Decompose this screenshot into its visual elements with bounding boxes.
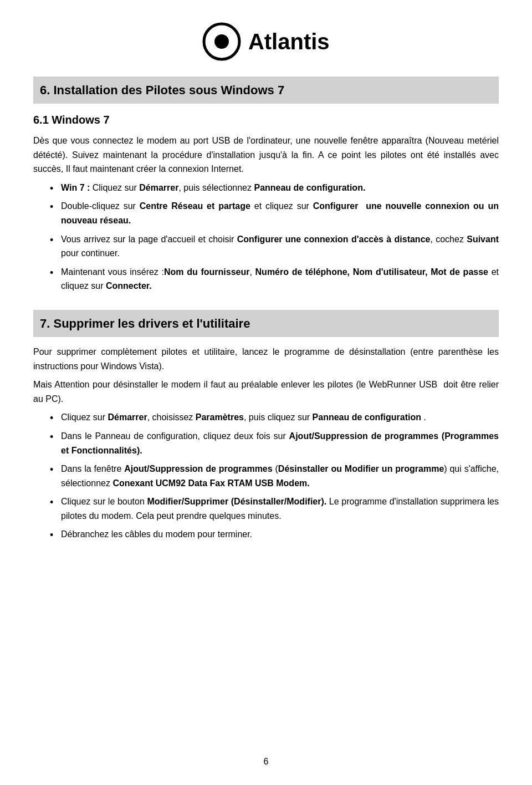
- section6-header: 6. Installation des Pilotes sous Windows…: [33, 77, 499, 104]
- list-item: Cliquez sur le bouton Modifier/Supprimer…: [50, 495, 499, 523]
- logo-icon: [202, 36, 248, 45]
- logo-area: Atlantis: [33, 11, 499, 67]
- list-item: Cliquez sur Démarrer, choisissez Paramèt…: [50, 410, 499, 425]
- list-item: Maintenant vous insérez :Nom du fourniss…: [50, 265, 499, 293]
- list-item: Débranchez les câbles du modem pour term…: [50, 527, 499, 542]
- section7-title: 7. Supprimer les drivers et l'utilitaire: [40, 314, 492, 333]
- page-number: 6: [0, 755, 532, 768]
- section7-paragraph2: Mais Attention pour désinstaller le mode…: [33, 378, 499, 406]
- list-item: Double-cliquez sur Centre Réseau et part…: [50, 199, 499, 227]
- section7-paragraph1: Pour supprimer complètement pilotes et u…: [33, 345, 499, 373]
- logo-text: Atlantis: [248, 29, 330, 54]
- list-item: Dans le Panneau de configuration, clique…: [50, 429, 499, 457]
- page: Atlantis 6. Installation des Pilotes sou…: [0, 0, 532, 785]
- section61-paragraph: Dès que vous connectez le modem au port …: [33, 134, 499, 176]
- section7-bullets: Cliquez sur Démarrer, choisissez Paramèt…: [33, 410, 499, 542]
- section61-title: 6.1 Windows 7: [33, 111, 499, 128]
- list-item: Dans la fenêtre Ajout/Suppression de pro…: [50, 462, 499, 490]
- section7-header: 7. Supprimer les drivers et l'utilitaire: [33, 310, 499, 337]
- list-item: Win 7 : Cliquez sur Démarrer, puis sélec…: [50, 181, 499, 195]
- list-item: Vous arrivez sur la page d'accueil et ch…: [50, 232, 499, 261]
- svg-point-1: [214, 34, 229, 49]
- section6-title: 6. Installation des Pilotes sous Windows…: [40, 81, 492, 99]
- section61-bullets: Win 7 : Cliquez sur Démarrer, puis sélec…: [33, 181, 499, 293]
- section61-subheader: 6.1 Windows 7: [33, 111, 499, 128]
